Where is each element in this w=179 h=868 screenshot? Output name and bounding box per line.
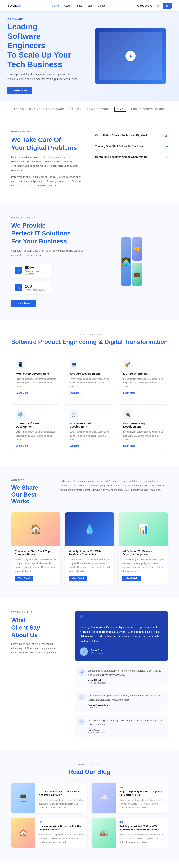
search-button[interactable]: 🔍	[156, 4, 160, 7]
hero-tag: Software	[7, 18, 90, 21]
mvp-icon: 🚀	[123, 360, 132, 369]
why-image-2: 🤝	[132, 237, 142, 261]
blog-tag: FROM OUR BLOG	[11, 763, 168, 766]
clients-icon: 👥	[15, 267, 22, 274]
blog-category-3: IOT	[119, 821, 165, 823]
blog-image-1: ☁️	[92, 783, 116, 813]
play-button[interactable]	[126, 51, 136, 61]
work-image-2: 📊	[118, 513, 168, 546]
nav-link-pages[interactable]: Pages	[75, 4, 82, 7]
featured-quote: Proin eget tortor risus. Curabitur aliqu…	[80, 625, 163, 644]
mini-author-0: Miss Allrgri Frontend Developer	[87, 679, 164, 684]
blog-card-0[interactable]: 🖥️ IOT IOTA For Industrial IoT – IOTA Se…	[11, 783, 87, 813]
testimonials-title: What Client Say About Us	[11, 616, 63, 639]
service-desc-0: Lorem ipsum dolor sit amet, consectetur …	[16, 377, 56, 389]
work-btn-0[interactable]: View Detail	[15, 576, 33, 581]
service-desc-2: Lorem ipsum dolor sit amet, consectetur …	[123, 377, 163, 389]
works-heading: We Share Our Best Works	[11, 484, 48, 505]
stat-content: 100+ Experienced Teams	[25, 284, 44, 291]
core-item-1[interactable]: Training Sure Well Deliver To End User +	[95, 141, 168, 152]
hero-section: Software Leading Software Engineers To S…	[0, 11, 179, 101]
brand-item: FINO	[114, 106, 126, 112]
core-value-section: OUR CORE VALUE We Take Care Of Your Digi…	[0, 117, 179, 203]
testimonials-tag: TESTIMONIALS	[11, 611, 63, 614]
chevron-down-icon: +	[166, 145, 168, 149]
core-item-0[interactable]: Consultation Service To Achieve Big Goal…	[95, 130, 168, 141]
why-title: We Provide Perfect IT Solutions For Your…	[11, 221, 84, 245]
why-right: 👩‍💻 🤝 💼	[95, 216, 168, 307]
service-link-0[interactable]: Learn More	[16, 392, 28, 394]
why-description: Vestibulum ac diam sitan amet nisl conse…	[11, 249, 84, 257]
core-item-2[interactable]: Controlling Accompaniment Where We Go! +	[95, 152, 168, 163]
work-btn-2[interactable]: View Detail	[122, 576, 141, 581]
mini-quote-1: Quisque velit nisi, pretium ut lacinia i…	[87, 694, 164, 702]
service-link-2[interactable]: Learn More	[123, 392, 135, 394]
stat-box-1: 🔧 100+ Experienced Teams	[11, 281, 52, 294]
testimonials-section: TESTIMONIALS What Client Say About Us Lo…	[0, 598, 179, 750]
mini-avatar-2: N	[78, 718, 85, 725]
mini-avatar-0: M	[78, 669, 85, 676]
mini-content-2: Cras ultricies ligula sed magna dictum p…	[87, 718, 164, 734]
work-desc-0: Vivamus magna. Cras in mi at felis aliqu…	[15, 558, 57, 573]
testimonials-description: Lorem ipsum dolor sit amet, consectetur …	[11, 642, 63, 655]
blog-card-2[interactable]: 🏠 IOT Home Automation Protocols For The …	[11, 817, 87, 848]
works-header: OUR WORK We Share Our Best Works party s…	[11, 479, 168, 505]
stat-num-0: 600+	[25, 265, 48, 270]
services-grid: 📱 Mobile App Development Lorem ipsum dol…	[11, 355, 168, 453]
blog-category-1: IOT	[119, 786, 165, 788]
navbar: Seventech Home About Pages Blog Contact …	[0, 0, 179, 11]
mini-name-2: Nick Pizza	[87, 728, 106, 732]
blog-body-0: IOT IOTA For Industrial IoT – IOTA Setup…	[35, 783, 87, 813]
service-title-5: Wordpress Plugin Development	[123, 422, 163, 428]
mini-role-1: UI Designer	[87, 707, 108, 709]
featured-author-name: John Doe	[91, 649, 105, 652]
mini-role-2: Backend Developer	[87, 732, 106, 734]
stats-row: 👥 600+ Clients Across Countries 🔧 100+ E…	[11, 262, 84, 294]
core-left: OUR CORE VALUE We Take Care Of Your Digi…	[11, 130, 84, 190]
nav-link-about[interactable]: About	[64, 4, 70, 7]
hero-image-box	[95, 28, 166, 84]
nav-link-contact[interactable]: Contact	[98, 4, 106, 7]
work-image-0: 🏠	[11, 513, 61, 546]
blog-image-2: 🏠	[11, 817, 35, 848]
nav-link-home[interactable]: Home	[52, 4, 59, 7]
hero-cta-button[interactable]: Learn More	[7, 87, 32, 94]
blog-card-1[interactable]: ☁️ IOT Edge Computing And Fog Computing …	[92, 783, 168, 813]
service-link-1[interactable]: Learn More	[70, 392, 82, 394]
mini-role-0: Frontend Developer	[87, 682, 106, 684]
why-choose-section: WHY CHOOSE US We Provide Perfect IT Solu…	[0, 203, 179, 320]
mini-card-2: N Cras ultricies ligula sed magna dictum…	[75, 715, 168, 737]
work-card-2: 📊 IoT Solution To Measure Employee Happi…	[118, 513, 168, 585]
mini-author-1: Bruno Fernandes UI Designer	[87, 704, 164, 709]
featured-author-info: John Doe Web Designer	[91, 649, 105, 654]
core-desc1: Mauris ipsum lorem dolore velit velit ac…	[11, 155, 84, 173]
hero-description: Lorem ipsum dolor sit amet, consectetur …	[7, 72, 78, 82]
blog-image-3: 🏭	[92, 817, 116, 848]
mini-author-info-1: Bruno Fernandes UI Designer	[87, 704, 108, 709]
service-link-5[interactable]: Learn More	[123, 444, 135, 447]
blog-title-3: Building Industrial IoT With IOTA: Intro…	[119, 825, 165, 831]
work-btn-1[interactable]: View Detail	[69, 576, 87, 581]
works-title: OUR WORK We Share Our Best Works	[11, 479, 48, 505]
brand-item: DALTON	[70, 107, 82, 111]
mini-card-0: M Curabitur arcu erat, accumsan id imper…	[75, 665, 168, 687]
why-cta-button[interactable]: Learn More	[11, 300, 36, 307]
blog-header: FROM OUR BLOG Read Our Blog	[11, 763, 168, 775]
why-left: WHY CHOOSE US We Provide Perfect IT Solu…	[11, 216, 84, 307]
blog-card-3[interactable]: 🏭 IOT Building Industrial IoT With IOTA:…	[92, 817, 168, 848]
service-title-4: Ecommerce Web Development	[70, 422, 109, 428]
stat-content: 600+ Clients Across Countries	[25, 265, 48, 275]
nav-cta-button[interactable]: IT	[163, 3, 172, 9]
works-tag: OUR WORK	[11, 479, 48, 482]
mini-name-1: Bruno Fernandes	[87, 704, 108, 707]
nav-link-blog[interactable]: Blog	[87, 4, 93, 7]
blog-body-2: IOT Home Automation Protocols For The In…	[35, 817, 87, 848]
service-link-4[interactable]: Learn More	[70, 444, 82, 447]
service-link-3[interactable]: Learn More	[16, 444, 28, 447]
blog-title-2: Home Automation Protocols For The Intern…	[39, 825, 84, 831]
nav-links: Home About Pages Blog Contact	[52, 4, 106, 7]
featured-author: J John Doe Web Designer	[80, 648, 163, 656]
blog-desc-2: Mauris blandit aliquet elit, eget tincid…	[39, 833, 84, 844]
service-card-3: ⚙️ Custom Software Development Lorem ips…	[11, 404, 61, 453]
teams-icon: 🔧	[15, 284, 22, 291]
